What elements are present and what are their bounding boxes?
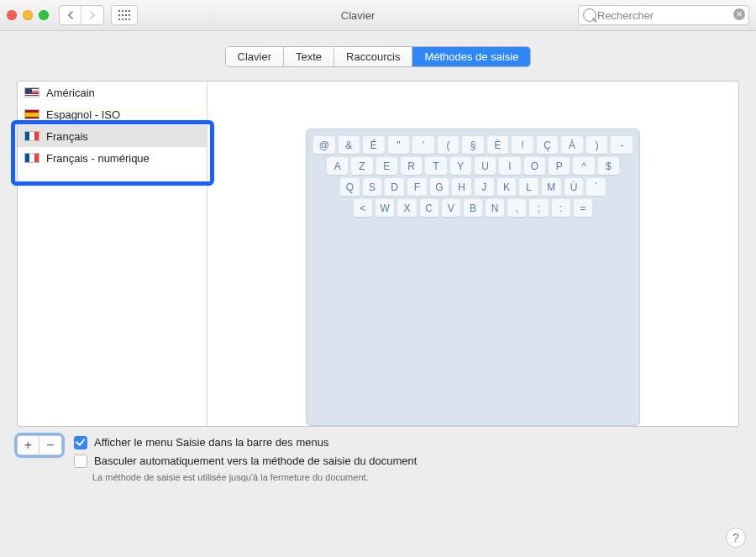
nav-buttons xyxy=(59,5,104,25)
option-label: Basculer automatiquement vers la méthode… xyxy=(94,454,417,469)
key: A xyxy=(327,157,348,175)
key: & xyxy=(339,136,360,154)
key: Y xyxy=(450,157,471,175)
input-source-label: Français - numérique xyxy=(46,152,150,165)
keyboard-row-1: @&É"'(§È!ÇÀ)- xyxy=(312,136,634,154)
svg-rect-7 xyxy=(129,14,130,16)
grid-icon xyxy=(118,10,130,20)
checkbox-show-input-menu[interactable] xyxy=(74,436,87,449)
tab-raccourcis[interactable]: Raccourcis xyxy=(334,47,412,66)
key: É xyxy=(363,136,385,154)
traffic-lights xyxy=(7,10,49,20)
search-icon xyxy=(583,8,596,22)
titlebar: Clavier Rechercher ✕ xyxy=(0,0,756,31)
key: K xyxy=(497,178,517,196)
add-input-source-button[interactable]: + xyxy=(18,436,39,455)
show-all-button[interactable] xyxy=(111,5,138,25)
flag-fr-icon xyxy=(24,131,39,141)
input-source-espagnol-iso[interactable]: Espagnol - ISO xyxy=(18,103,207,125)
keyboard-row-4: <WXCVBN,;:= xyxy=(312,199,634,217)
key: G xyxy=(430,178,449,196)
key: , xyxy=(507,199,526,217)
key: S xyxy=(363,178,382,196)
input-source-americain[interactable]: Américain xyxy=(18,81,207,103)
key: Ç xyxy=(537,136,559,154)
key: F xyxy=(407,178,427,196)
segmented-control: Clavier Texte Raccourcis Méthodes de sai… xyxy=(225,46,532,67)
flag-us-icon xyxy=(24,87,39,97)
input-source-francais[interactable]: Français xyxy=(18,125,207,147)
window-title: Clavier xyxy=(144,9,571,22)
key: P xyxy=(549,157,570,175)
input-source-label: Américain xyxy=(46,87,95,99)
key: < xyxy=(354,199,372,217)
option-auto-switch[interactable]: Basculer automatiquement vers la méthode… xyxy=(74,454,739,469)
tab-clavier[interactable]: Clavier xyxy=(226,47,284,66)
key: U xyxy=(475,157,496,175)
svg-rect-3 xyxy=(129,10,130,12)
add-remove-buttons: + − xyxy=(17,435,62,455)
key: @ xyxy=(313,136,335,154)
key: X xyxy=(397,199,416,217)
tab-bar: Clavier Texte Raccourcis Méthodes de sai… xyxy=(17,46,739,67)
close-window-icon[interactable] xyxy=(7,10,17,20)
key: Ù xyxy=(564,178,584,196)
key: Z xyxy=(351,157,372,175)
keyboard-row-2: AZERTYUIOP^$ xyxy=(312,157,634,175)
svg-rect-11 xyxy=(129,18,130,20)
svg-rect-2 xyxy=(125,10,127,12)
svg-rect-1 xyxy=(122,10,123,12)
search-placeholder: Rechercher xyxy=(597,9,654,22)
main-panel: Américain Espagnol - ISO Français França… xyxy=(17,81,739,427)
preferences-window: Clavier Rechercher ✕ Clavier Texte Racco… xyxy=(0,0,756,557)
input-source-francais-numerique[interactable]: Français - numérique xyxy=(18,147,207,169)
chevron-left-icon xyxy=(67,11,74,19)
svg-rect-8 xyxy=(118,18,120,20)
key: = xyxy=(574,199,592,217)
search-input[interactable]: Rechercher ✕ xyxy=(578,5,749,25)
chevron-right-icon xyxy=(89,11,96,19)
key: T xyxy=(425,157,446,175)
zoom-window-icon[interactable] xyxy=(39,10,49,20)
content-area: Clavier Texte Raccourcis Méthodes de sai… xyxy=(0,31,756,557)
key: H xyxy=(452,178,471,196)
key: O xyxy=(524,157,545,175)
tab-texte[interactable]: Texte xyxy=(284,47,334,66)
svg-rect-9 xyxy=(122,18,123,20)
minimize-window-icon[interactable] xyxy=(23,10,33,20)
forward-button[interactable] xyxy=(81,6,103,24)
svg-rect-4 xyxy=(118,14,120,16)
key: ' xyxy=(412,136,434,154)
options-group: Afficher le menu Saisie dans la barre de… xyxy=(74,435,739,482)
key: : xyxy=(552,199,570,217)
key: D xyxy=(385,178,404,196)
key: R xyxy=(401,157,422,175)
key: J xyxy=(475,178,494,196)
svg-rect-6 xyxy=(125,14,127,16)
checkbox-auto-switch[interactable] xyxy=(74,455,87,468)
key: E xyxy=(376,157,397,175)
option-hint: La méthode de saisie est utilisée jusqu'… xyxy=(92,472,739,482)
input-source-label: Espagnol - ISO xyxy=(46,108,120,121)
key: ^ xyxy=(573,157,594,175)
help-button[interactable]: ? xyxy=(726,528,746,548)
option-show-input-menu[interactable]: Afficher le menu Saisie dans la barre de… xyxy=(74,435,739,450)
keyboard-layout: @&É"'(§È!ÇÀ)- AZERTYUIOP^$ QSDFGHJKLMÙ` … xyxy=(306,129,640,426)
key: W xyxy=(375,199,394,217)
remove-input-source-button[interactable]: − xyxy=(39,436,61,455)
key: ; xyxy=(529,199,548,217)
key: ` xyxy=(586,178,606,196)
key: C xyxy=(420,199,438,217)
clear-search-icon[interactable]: ✕ xyxy=(733,8,745,20)
flag-es-icon xyxy=(24,109,39,119)
flag-fr-numeric-icon xyxy=(24,153,39,163)
key: ! xyxy=(512,136,533,154)
back-button[interactable] xyxy=(60,6,81,24)
tab-methodes-de-saisie[interactable]: Méthodes de saisie xyxy=(412,47,530,66)
key: ( xyxy=(438,136,459,154)
key: M xyxy=(542,178,561,196)
svg-rect-5 xyxy=(122,14,123,16)
key: " xyxy=(388,136,410,154)
svg-rect-0 xyxy=(118,10,120,12)
key: À xyxy=(561,136,583,154)
